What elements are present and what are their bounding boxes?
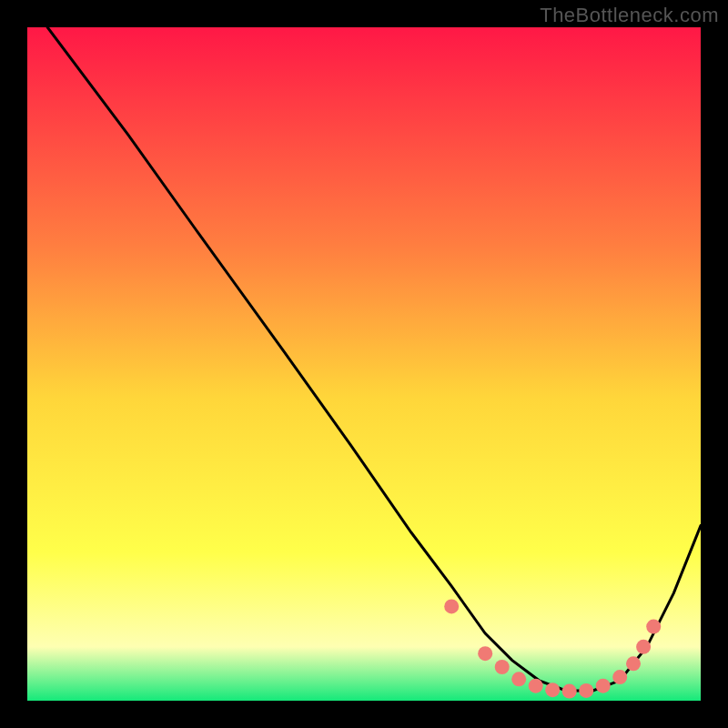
curve-marker bbox=[626, 656, 641, 671]
curve-marker bbox=[596, 679, 611, 693]
curve-marker bbox=[495, 660, 510, 674]
plot-area bbox=[27, 27, 701, 701]
curve-marker bbox=[646, 620, 661, 634]
curve-marker bbox=[545, 682, 560, 697]
watermark-text: TheBottleneck.com bbox=[540, 4, 719, 27]
chart-svg bbox=[27, 27, 701, 701]
curve-marker bbox=[579, 683, 593, 698]
curve-marker bbox=[612, 670, 627, 684]
curve-marker bbox=[511, 672, 526, 686]
curve-marker bbox=[444, 599, 459, 613]
curve-marker bbox=[529, 679, 543, 693]
curve-marker bbox=[636, 640, 651, 654]
chart-frame: TheBottleneck.com bbox=[0, 0, 728, 728]
curve-marker bbox=[562, 684, 577, 699]
curve-marker bbox=[478, 646, 492, 661]
gradient-background bbox=[27, 27, 701, 701]
